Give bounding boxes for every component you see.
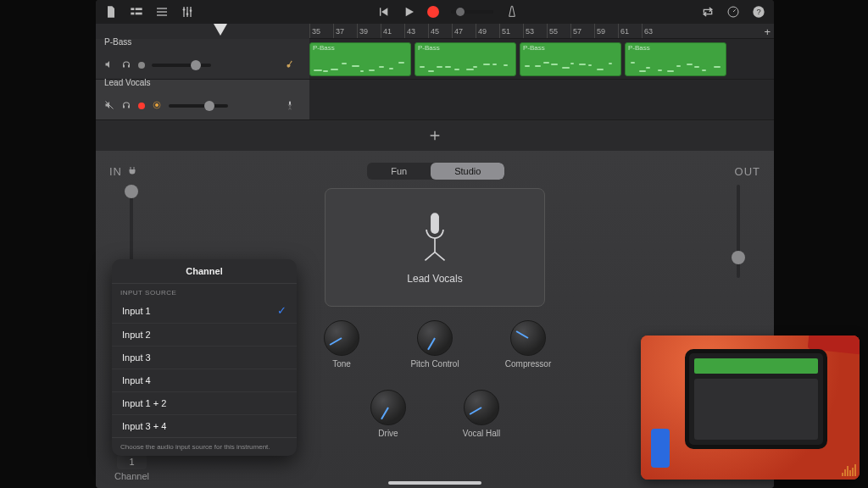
microphone-icon <box>279 91 301 121</box>
record-enable-icon[interactable] <box>138 103 145 109</box>
svg-rect-2 <box>131 13 134 15</box>
mute-icon[interactable] <box>104 59 114 71</box>
volume-slider[interactable] <box>152 64 211 67</box>
input-label: IN <box>109 165 137 178</box>
svg-point-12 <box>190 9 192 12</box>
input-option[interactable]: Input 1✓ <box>112 298 297 323</box>
volume-slider[interactable] <box>169 104 228 108</box>
bar-tick: 39 <box>357 24 381 38</box>
pan-dot[interactable] <box>138 62 145 69</box>
popover-title: Channel <box>112 259 297 284</box>
track-row[interactable]: P-Bass P-BassP-BassP-BassP-Bass <box>96 39 774 80</box>
monitor-icon[interactable] <box>152 100 162 112</box>
preset-name: Lead Vocals <box>407 273 462 285</box>
headphones-icon[interactable] <box>121 100 131 112</box>
svg-rect-1 <box>136 8 142 10</box>
bar-tick: 53 <box>523 24 547 38</box>
audio-clip[interactable]: P-Bass <box>520 42 621 76</box>
output-gain-slider[interactable] <box>737 185 740 278</box>
prev-icon[interactable] <box>376 5 390 19</box>
picture-in-picture[interactable] <box>641 336 860 480</box>
bar-tick: 57 <box>570 24 594 38</box>
bar-tick: 37 <box>333 24 357 38</box>
track-header-vocals[interactable]: Lead Vocals <box>96 80 309 119</box>
track-name: P-Bass <box>104 37 301 47</box>
input-option[interactable]: Input 2 <box>112 323 297 346</box>
record-icon[interactable] <box>427 6 439 18</box>
bar-tick: 61 <box>618 24 642 38</box>
svg-rect-8 <box>186 7 187 17</box>
file-icon[interactable] <box>104 5 118 19</box>
list-view-icon[interactable] <box>155 5 169 19</box>
audio-clip[interactable]: P-Bass <box>625 42 726 76</box>
svg-point-10 <box>183 8 186 11</box>
popover-subhead: INPUT SOURCE <box>112 284 297 298</box>
knob-pitch-control[interactable]: Pitch Control <box>410 320 459 390</box>
add-track-button[interactable] <box>96 120 774 151</box>
svg-point-11 <box>186 13 189 15</box>
input-option[interactable]: Input 1 + 2 <box>112 391 297 414</box>
channel-number: 1 <box>117 454 146 469</box>
svg-rect-21 <box>431 213 439 234</box>
knob-drive[interactable]: Drive <box>370 390 406 459</box>
mute-icon[interactable] <box>104 100 114 112</box>
track-name: Lead Vocals <box>104 78 301 87</box>
audio-clip[interactable]: P-Bass <box>309 42 411 76</box>
tracks-view-icon[interactable] <box>130 5 143 19</box>
svg-rect-19 <box>289 102 291 105</box>
knob-compressor[interactable]: Compressor <box>505 320 551 390</box>
microphone-icon <box>420 210 450 266</box>
loop-icon[interactable] <box>701 5 715 19</box>
top-toolbar: ? <box>96 0 774 24</box>
bar-tick: 55 <box>547 24 570 38</box>
input-option[interactable]: Input 3 + 4 <box>112 414 297 437</box>
equalizer-icon <box>842 464 856 476</box>
svg-rect-6 <box>157 14 167 15</box>
track-header-pbass[interactable]: P-Bass <box>96 39 309 79</box>
checkmark-icon: ✓ <box>277 304 287 317</box>
channel-label: Channel <box>114 471 149 481</box>
track-lane[interactable]: P-BassP-BassP-BassP-Bass <box>309 39 774 79</box>
home-indicator[interactable] <box>388 481 481 485</box>
phone-device <box>651 429 670 468</box>
metronome-icon[interactable] <box>505 5 519 19</box>
svg-rect-4 <box>157 8 167 8</box>
input-option[interactable]: Input 3 <box>112 346 297 369</box>
output-label: OUT <box>735 165 760 178</box>
input-option[interactable]: Input 4 <box>112 369 297 391</box>
knob-vocal-hall[interactable]: Vocal Hall <box>463 390 500 459</box>
preset-tabs: Fun Studio <box>367 163 504 180</box>
mixer-icon[interactable] <box>181 5 194 19</box>
play-icon[interactable] <box>402 5 415 19</box>
guitar-icon <box>279 50 301 80</box>
track-lane[interactable] <box>309 80 774 119</box>
plug-icon <box>127 166 137 176</box>
audio-clip[interactable]: P-Bass <box>415 42 516 76</box>
ipad-device <box>685 349 827 449</box>
channel-selector[interactable]: 1 Channel <box>114 454 149 481</box>
bar-tick: 43 <box>404 24 428 38</box>
timeline-ruler[interactable]: 353739414345474951535557596163 + <box>309 24 774 39</box>
popover-footer: Choose the audio input source for this i… <box>112 437 297 456</box>
help-icon[interactable]: ? <box>752 5 765 19</box>
tuner-icon[interactable] <box>726 5 740 19</box>
knob-tone[interactable]: Tone <box>324 320 359 390</box>
master-position[interactable] <box>451 10 493 14</box>
bar-tick: 63 <box>642 24 665 38</box>
svg-text:?: ? <box>756 8 760 16</box>
bar-tick: 41 <box>381 24 404 38</box>
track-row[interactable]: Lead Vocals <box>96 80 774 120</box>
headphones-icon[interactable] <box>121 59 131 71</box>
tab-fun[interactable]: Fun <box>367 163 431 180</box>
bar-tick: 35 <box>309 24 333 38</box>
preset-tile[interactable]: Lead Vocals <box>325 188 545 307</box>
tracks-area: P-Bass P-BassP-BassP-BassP-Bass <box>96 39 774 151</box>
svg-point-17 <box>155 103 159 107</box>
tab-studio[interactable]: Studio <box>431 163 504 180</box>
svg-rect-0 <box>131 8 134 10</box>
svg-rect-5 <box>157 11 167 12</box>
svg-rect-3 <box>136 13 142 15</box>
bar-tick: 51 <box>499 24 523 38</box>
bar-tick: 59 <box>594 24 618 38</box>
add-section-icon[interactable]: + <box>764 25 771 38</box>
